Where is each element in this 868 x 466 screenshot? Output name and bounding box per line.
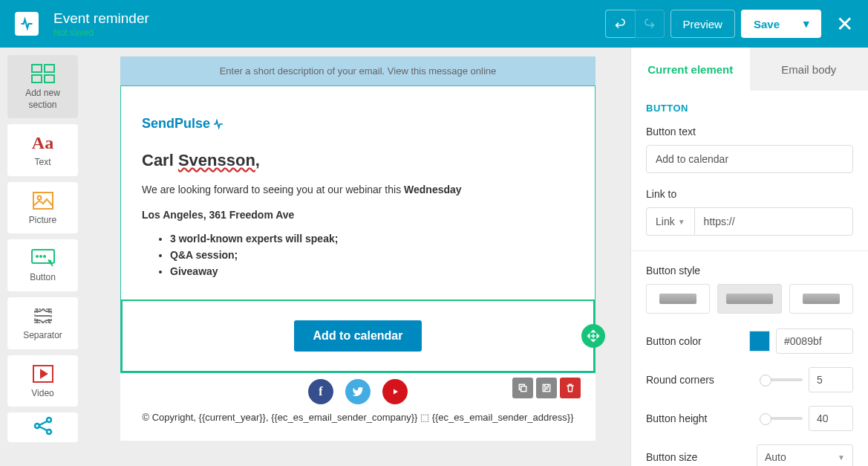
- delete-row-button[interactable]: [560, 378, 581, 398]
- button-style-options: [646, 284, 853, 314]
- app-header: Event reminder Not saved Preview Save ▾ …: [0, 0, 868, 48]
- preheader-text[interactable]: Enter a short description of your email.…: [120, 56, 595, 85]
- sendpulse-logo: SendPulse: [142, 116, 574, 132]
- save-dropdown-button[interactable]: ▾: [792, 10, 821, 38]
- redo-button[interactable]: [635, 10, 665, 38]
- svg-rect-0: [32, 65, 42, 72]
- video-icon: [28, 363, 58, 385]
- button-icon: [28, 247, 58, 269]
- undo-button[interactable]: [605, 10, 635, 38]
- drag-handle-icon[interactable]: [581, 324, 605, 348]
- link-to-label: Link to: [646, 188, 853, 200]
- app-logo-icon: [15, 12, 39, 36]
- button-color-label: Button color: [646, 335, 702, 347]
- add-to-calendar-button[interactable]: Add to calendar: [294, 320, 422, 352]
- svg-point-7: [36, 256, 38, 257]
- tool-separator[interactable]: Separator: [7, 297, 78, 349]
- email-footer[interactable]: f © Copyright, {{current_year}}, {{ec_es…: [120, 373, 595, 441]
- svg-rect-1: [45, 65, 54, 72]
- color-swatch[interactable]: [749, 331, 770, 352]
- button-style-3[interactable]: [789, 284, 853, 314]
- logo-area[interactable]: SendPulse: [121, 86, 595, 132]
- svg-rect-4: [33, 192, 53, 209]
- svg-point-13: [47, 418, 51, 422]
- grid-icon: [28, 62, 58, 85]
- button-style-1[interactable]: [646, 284, 710, 314]
- svg-rect-2: [32, 75, 42, 82]
- tool-label: Button: [30, 272, 56, 284]
- tool-label: Picture: [29, 215, 56, 227]
- email-body: Enter a short description of your email.…: [120, 56, 595, 441]
- button-size-select[interactable]: Auto▼: [757, 444, 853, 466]
- tool-label: Video: [31, 388, 53, 400]
- svg-point-12: [35, 424, 39, 428]
- selected-section: SendPulse Carl Svensson, We are looking …: [120, 85, 595, 373]
- left-toolbar: Add new section Aa Text Picture Button S…: [0, 48, 85, 466]
- round-corners-slider[interactable]: [760, 378, 803, 381]
- share-icon: [28, 415, 58, 436]
- save-row-button[interactable]: [536, 378, 557, 398]
- svg-rect-16: [543, 384, 549, 391]
- tool-label: Separator: [23, 330, 62, 342]
- page-title: Event reminder: [53, 10, 605, 27]
- tool-add-section[interactable]: Add new section: [7, 55, 78, 118]
- round-corners-input[interactable]: [809, 367, 853, 392]
- list-item: Q&A session;: [170, 249, 574, 261]
- email-canvas[interactable]: Enter a short description of your email.…: [85, 48, 630, 466]
- button-text-label: Button text: [646, 126, 853, 137]
- section-heading: BUTTON: [646, 103, 853, 114]
- intro-para: We are looking forward to seeing you at …: [142, 184, 574, 195]
- svg-rect-3: [45, 75, 54, 82]
- list-item: Giveaway: [170, 265, 574, 277]
- bullet-list: 3 world-known experts will speak; Q&A se…: [142, 233, 574, 277]
- svg-point-9: [44, 256, 45, 257]
- list-item: 3 world-known experts will speak;: [170, 233, 574, 245]
- tool-label: Text: [34, 157, 50, 169]
- button-size-label: Button size: [646, 451, 697, 463]
- button-height-input[interactable]: [809, 406, 853, 431]
- button-text-input[interactable]: [646, 145, 853, 173]
- facebook-icon[interactable]: f: [308, 379, 333, 404]
- content-block[interactable]: Carl Svensson, We are looking forward to…: [121, 132, 595, 277]
- button-style-2[interactable]: [717, 284, 781, 314]
- link-type-dropdown[interactable]: Link ▼: [646, 207, 694, 236]
- svg-point-8: [40, 256, 42, 257]
- title-block: Event reminder Not saved: [53, 10, 605, 38]
- tool-video[interactable]: Video: [7, 355, 78, 407]
- location-text: Los Angeles, 361 Freedom Ave: [142, 209, 574, 221]
- svg-point-14: [47, 430, 51, 434]
- greeting: Carl Svensson,: [142, 151, 574, 170]
- copyright-text: © Copyright, {{current_year}}, {{ec_es_e…: [135, 410, 581, 426]
- color-input[interactable]: [776, 329, 853, 354]
- row-actions: [512, 378, 581, 398]
- tool-share[interactable]: [7, 412, 78, 442]
- preview-button[interactable]: Preview: [670, 10, 735, 38]
- button-style-label: Button style: [646, 265, 853, 276]
- svg-rect-15: [521, 386, 526, 392]
- save-button[interactable]: Save: [741, 10, 792, 38]
- text-icon: Aa: [28, 132, 58, 154]
- tab-email-body[interactable]: Email body: [750, 48, 869, 91]
- twitter-icon[interactable]: [345, 379, 371, 404]
- picture-icon: [28, 190, 58, 212]
- properties-panel: Current element Email body BUTTON Button…: [630, 48, 868, 466]
- header-actions: Preview Save ▾ ✕: [605, 10, 853, 38]
- separator-icon: [28, 305, 58, 327]
- close-button[interactable]: ✕: [836, 12, 853, 36]
- tool-label: Add new section: [10, 88, 75, 111]
- button-height-slider[interactable]: [760, 417, 803, 420]
- link-url-input[interactable]: [694, 207, 853, 236]
- panel-tabs: Current element Email body: [631, 48, 868, 91]
- round-corners-label: Round corners: [646, 374, 714, 386]
- tool-button[interactable]: Button: [7, 239, 78, 291]
- svg-point-5: [37, 195, 41, 199]
- tool-text[interactable]: Aa Text: [7, 124, 78, 176]
- youtube-icon[interactable]: [382, 379, 408, 404]
- button-height-label: Button height: [646, 412, 708, 424]
- save-status: Not saved: [53, 27, 605, 38]
- tab-current-element[interactable]: Current element: [631, 48, 750, 91]
- copy-row-button[interactable]: [512, 378, 533, 398]
- tool-picture[interactable]: Picture: [7, 182, 78, 234]
- button-section[interactable]: Add to calendar: [121, 300, 595, 372]
